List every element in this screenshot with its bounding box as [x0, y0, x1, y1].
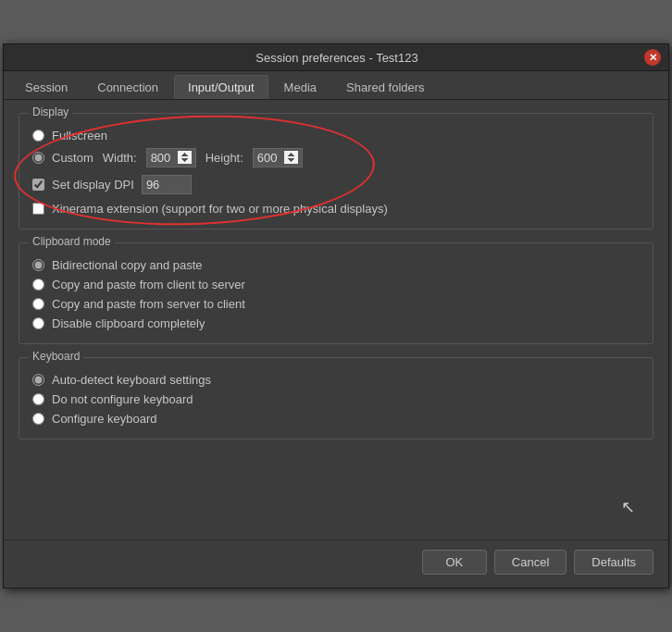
- keyboard-auto-detect-label: Auto-detect keyboard settings: [52, 373, 211, 387]
- clipboard-server-client-radio[interactable]: [32, 298, 44, 310]
- display-section-title: Display: [29, 105, 72, 118]
- keyboard-configure-radio[interactable]: [32, 413, 44, 425]
- clipboard-bidirectional-label: Bidirectional copy and paste: [52, 258, 203, 272]
- dpi-checkbox[interactable]: [32, 179, 44, 191]
- ok-button[interactable]: OK: [422, 550, 487, 575]
- main-window: Session preferences - Test123 ✕ Session …: [3, 43, 669, 589]
- clipboard-server-to-client[interactable]: Copy and paste from server to client: [32, 297, 640, 311]
- display-content: Fullscreen Custom Width: Height:: [32, 129, 640, 216]
- clipboard-client-server-label: Copy and paste from client to server: [52, 278, 245, 291]
- height-spinbox[interactable]: [253, 148, 303, 167]
- xinerama-label: Xinerama extension (support for two or m…: [52, 202, 388, 216]
- clipboard-disabled[interactable]: Disable clipboard completely: [32, 316, 640, 330]
- xinerama-item[interactable]: Xinerama extension (support for two or m…: [32, 202, 640, 216]
- clipboard-section: Clipboard mode Bidirectional copy and pa…: [19, 242, 653, 344]
- tab-shared-folders[interactable]: Shared folders: [332, 75, 439, 99]
- main-content: Display Fullscreen Custom Width:: [4, 100, 668, 539]
- dpi-row: Set display DPI: [32, 175, 640, 194]
- width-label: Width:: [103, 151, 137, 165]
- clipboard-section-title: Clipboard mode: [29, 235, 115, 248]
- titlebar: Session preferences - Test123 ✕: [4, 44, 668, 71]
- clipboard-disabled-radio[interactable]: [32, 317, 44, 329]
- window-title: Session preferences - Test123: [30, 51, 644, 65]
- xinerama-checkbox[interactable]: [32, 203, 44, 215]
- clipboard-server-client-label: Copy and paste from server to client: [52, 297, 245, 311]
- clipboard-disabled-label: Disable clipboard completely: [52, 316, 205, 330]
- display-section: Display Fullscreen Custom Width:: [19, 113, 653, 229]
- width-input[interactable]: [146, 148, 196, 167]
- close-button[interactable]: ✕: [644, 49, 661, 66]
- keyboard-auto-detect-radio[interactable]: [32, 374, 44, 386]
- keyboard-section: Keyboard Auto-detect keyboard settings D…: [19, 357, 653, 440]
- keyboard-configure-label: Configure keyboard: [52, 412, 156, 426]
- clipboard-client-server-radio[interactable]: [32, 279, 44, 291]
- keyboard-options: Auto-detect keyboard settings Do not con…: [32, 373, 640, 426]
- tab-session[interactable]: Session: [11, 75, 81, 99]
- tab-connection[interactable]: Connection: [83, 75, 172, 99]
- cursor-area: ↖: [19, 452, 653, 527]
- defaults-button[interactable]: Defaults: [574, 550, 653, 575]
- fullscreen-radio[interactable]: [32, 130, 44, 142]
- dpi-label: Set display DPI: [52, 178, 134, 192]
- dpi-input[interactable]: [142, 175, 192, 194]
- keyboard-auto-detect[interactable]: Auto-detect keyboard settings: [32, 373, 640, 387]
- custom-radio-item[interactable]: Custom: [32, 151, 93, 165]
- keyboard-section-title: Keyboard: [29, 350, 83, 363]
- keyboard-no-configure-label: Do not configure keyboard: [52, 392, 193, 406]
- width-spinbox[interactable]: [146, 148, 196, 167]
- keyboard-configure[interactable]: Configure keyboard: [32, 412, 640, 426]
- clipboard-client-to-server[interactable]: Copy and paste from client to server: [32, 278, 640, 291]
- height-input[interactable]: [253, 148, 303, 167]
- cancel-button[interactable]: Cancel: [494, 550, 566, 575]
- keyboard-do-not-configure[interactable]: Do not configure keyboard: [32, 392, 640, 406]
- custom-display-row: Custom Width: Height:: [32, 148, 640, 167]
- clipboard-options: Bidirectional copy and paste Copy and pa…: [32, 258, 640, 330]
- clipboard-bidirectional-radio[interactable]: [32, 259, 44, 271]
- custom-label: Custom: [52, 151, 93, 165]
- cursor-icon: ↖: [621, 497, 635, 517]
- fullscreen-radio-item[interactable]: Fullscreen: [32, 129, 640, 143]
- keyboard-no-configure-radio[interactable]: [32, 393, 44, 405]
- button-bar: OK Cancel Defaults: [4, 539, 668, 588]
- height-label: Height:: [205, 151, 243, 165]
- tab-media[interactable]: Media: [270, 75, 330, 99]
- custom-radio[interactable]: [32, 152, 44, 164]
- clipboard-bidirectional[interactable]: Bidirectional copy and paste: [32, 258, 640, 272]
- fullscreen-label: Fullscreen: [52, 129, 107, 143]
- tab-bar: Session Connection Input/Output Media Sh…: [4, 71, 668, 100]
- tab-input-output[interactable]: Input/Output: [174, 75, 268, 99]
